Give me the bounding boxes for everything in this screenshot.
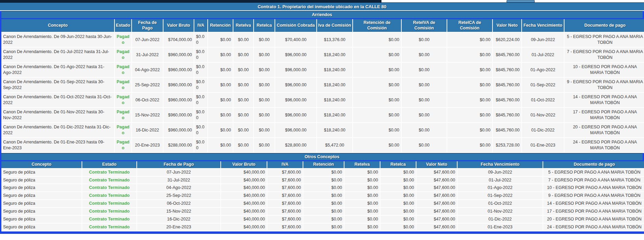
cell: $0.00 xyxy=(194,77,208,92)
cell: $40,000.00 xyxy=(221,168,267,176)
cell: $0.00 xyxy=(208,62,233,77)
cell: $96,000.00 xyxy=(275,77,317,92)
cell: $40,000.00 xyxy=(221,223,267,231)
status-cell: Contrato Terminado xyxy=(82,184,137,192)
table-row: Seguro de pólizaContrato Terminado06-Oct… xyxy=(1,200,644,207)
cell: $960,000.00 xyxy=(163,92,194,108)
cell: 06-Oct-2022 xyxy=(132,92,163,108)
column-header: Fecha de Pago xyxy=(132,19,163,32)
cell: $845,760.00 xyxy=(493,62,522,77)
cell: $40,000.00 xyxy=(221,184,267,192)
cell: $0.00 xyxy=(344,192,380,200)
cell: $960,000.00 xyxy=(163,108,194,123)
cell: $0.00 xyxy=(353,77,401,92)
cell: $0.00 xyxy=(447,47,493,62)
status-cell: Pagado xyxy=(114,62,132,77)
status-cell: Pagado xyxy=(114,32,132,47)
table-row: Canon De Arrendamiento. De 01-Dic-2022 h… xyxy=(1,123,644,138)
column-header: ReteIca xyxy=(380,161,416,168)
cell: $18,240.00 xyxy=(317,62,353,77)
cell: 01-Ago-2022 xyxy=(522,62,564,77)
cell: $0.00 xyxy=(380,168,416,176)
cell: 25-Sep-2022 xyxy=(132,77,163,92)
cell: 01-Sep-2022 xyxy=(457,192,543,200)
cell: $0.00 xyxy=(303,184,344,192)
cell: $0.00 xyxy=(254,47,275,62)
cell: 01-Sep-2022 xyxy=(522,77,564,92)
cell: 25-Sep-2022 xyxy=(137,192,221,200)
cell: $28,800.00 xyxy=(275,138,317,153)
cell: $0.00 xyxy=(353,108,401,123)
column-header: ReteIVA de Comisión xyxy=(401,19,447,32)
cell: $845,760.00 xyxy=(493,47,522,62)
header-row: ConceptoEstadoFecha de PagoValor BrutoIV… xyxy=(1,19,644,32)
cell: $0.00 xyxy=(254,62,275,77)
cell: 20 - EGRESO POR PAGO A ANA MARIA TOBÓN xyxy=(543,215,644,223)
cell: $0.00 xyxy=(380,200,416,207)
cell: $40,000.00 xyxy=(221,176,267,184)
cell: $18,240.00 xyxy=(317,123,353,138)
section-header-arriendos: Arriendos xyxy=(1,11,643,19)
cell: $0.00 xyxy=(194,92,208,108)
cell: 20-Ene-2023 xyxy=(132,138,163,153)
cell: 07-Jun-2022 xyxy=(132,32,163,47)
cell: Seguro de póliza xyxy=(1,215,82,223)
table-row: Canon De Arrendamiento. De 01-Nov-2022 h… xyxy=(1,108,644,123)
cell: $0.00 xyxy=(208,108,233,123)
column-header: Retención xyxy=(303,161,344,168)
top-strip xyxy=(0,0,644,2)
column-header: ReteIva xyxy=(344,161,380,168)
column-header: Retención xyxy=(208,19,233,32)
cell: $0.00 xyxy=(401,108,447,123)
cell: $0.00 xyxy=(303,168,344,176)
cell: 01-Jul-2022 xyxy=(522,47,564,62)
cell: Canon De Arrendamiento. De 01-Oct-2022 h… xyxy=(1,92,114,108)
cell: 24 - EGRESO POR PAGO A ANA MARIA TOBÓN xyxy=(543,223,644,231)
cell: $0.00 xyxy=(380,192,416,200)
cell: $7,600.00 xyxy=(267,168,303,176)
cell: $0.00 xyxy=(380,215,416,223)
cell: $0.00 xyxy=(208,123,233,138)
cell: $96,000.00 xyxy=(275,47,317,62)
cell: 01-Nov-2022 xyxy=(522,108,564,123)
cell: $40,000.00 xyxy=(221,192,267,200)
cell: $253,728.00 xyxy=(493,138,522,153)
cell: $0.00 xyxy=(208,77,233,92)
table-row: Seguro de pólizaContrato Terminado07-Jun… xyxy=(1,168,644,176)
table-row: Seguro de pólizaContrato Terminado15-Nov… xyxy=(1,207,644,215)
cell: 9 - EGRESO POR PAGO A ANA MARIA TOBÓN xyxy=(543,192,644,200)
column-header: Concepto xyxy=(1,161,82,168)
cell: $40,000.00 xyxy=(221,207,267,215)
cell: Seguro de póliza xyxy=(1,207,82,215)
status-cell: Contrato Terminado xyxy=(82,200,137,207)
cell: 7 - EGRESO POR PAGO A ANA MARIA TOBÓN xyxy=(564,47,644,62)
cell: $704,000.00 xyxy=(163,32,194,47)
cell: $0.00 xyxy=(401,32,447,47)
cell: $0.00 xyxy=(233,92,254,108)
cell: $0.00 xyxy=(303,192,344,200)
cell: $18,240.00 xyxy=(317,47,353,62)
cell: $0.00 xyxy=(194,62,208,77)
table-row: Seguro de pólizaContrato Terminado31-Jul… xyxy=(1,176,644,184)
corner-button[interactable] xyxy=(507,0,535,2)
cell: 17 - EGRESO POR PAGO A ANA MARIA TOBÓN xyxy=(564,108,644,123)
cell: Canon De Arrendamiento. De 01-Sep-2022 h… xyxy=(1,77,114,92)
cell: 16-Dic-2022 xyxy=(137,215,221,223)
cell: $0.00 xyxy=(401,62,447,77)
column-header: IVA xyxy=(194,19,208,32)
cell: 5 - EGRESO POR PAGO A ANA MARIA TOBÓN xyxy=(564,32,644,47)
cell: $0.00 xyxy=(303,200,344,207)
cell: $0.00 xyxy=(447,77,493,92)
column-header: Fecha de Pago xyxy=(137,161,221,168)
column-header: Estado xyxy=(114,19,132,32)
cell: $0.00 xyxy=(194,138,208,153)
cell: Seguro de póliza xyxy=(1,184,82,192)
cell: $0.00 xyxy=(233,123,254,138)
otros-conceptos-table: ConceptoEstadoFecha de PagoValor BrutoIV… xyxy=(1,161,644,231)
cell: $845,760.00 xyxy=(493,108,522,123)
cell: $0.00 xyxy=(344,223,380,231)
column-header: Valor Neto xyxy=(493,19,522,32)
column-header: Retención de Comisión xyxy=(353,19,401,32)
status-cell: Pagado xyxy=(114,77,132,92)
section-title: Otros Conceptos xyxy=(305,154,339,159)
